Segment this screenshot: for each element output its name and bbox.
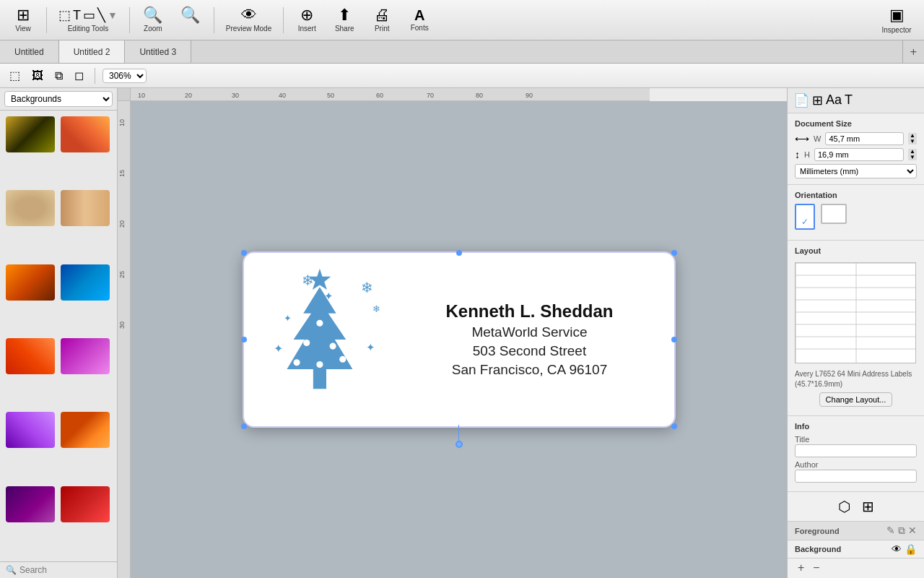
sidebar: Backgrounds Shapes Templates <box>0 88 118 578</box>
fonts-label: Fonts <box>411 24 429 32</box>
list-view-icon[interactable]: ⬡ <box>838 498 850 515</box>
view-label: View <box>15 25 31 33</box>
background-thumb-3[interactable] <box>6 190 55 226</box>
svg-text:30: 30 <box>232 92 239 99</box>
background-thumb-9[interactable] <box>6 412 55 448</box>
foreground-delete-icon[interactable]: ✕ <box>908 525 917 537</box>
svg-point-23 <box>303 340 310 346</box>
width-down[interactable]: ▼ <box>908 139 917 144</box>
width-input[interactable] <box>825 132 904 145</box>
background-thumb-5[interactable] <box>6 264 55 301</box>
info-title: Info <box>795 422 917 431</box>
author-label: Author <box>795 460 917 469</box>
svg-text:❄: ❄ <box>302 272 314 288</box>
copy-icon[interactable]: ⧉ <box>51 67 66 85</box>
subtoolbar-sep <box>95 68 95 84</box>
height-down[interactable]: ▼ <box>908 155 917 160</box>
layout-desc: Avery L7652 64 Mini Address Labels (45.7… <box>795 369 917 389</box>
inspector-doc-icon[interactable]: 📄 <box>793 92 809 108</box>
svg-text:✦: ✦ <box>274 342 283 355</box>
address-line2: MetaWorld Service <box>403 324 657 340</box>
preview-button[interactable]: 👁 Preview Mode <box>220 4 277 35</box>
title-input[interactable] <box>795 444 917 457</box>
foreground-label: Foreground <box>795 527 840 535</box>
inspector-grid-icon[interactable]: ⊞ <box>812 92 823 108</box>
svg-point-27 <box>316 361 323 368</box>
width-label: W <box>814 134 821 143</box>
fonts-button[interactable]: A Fonts <box>402 5 437 35</box>
inspector-format-icon[interactable]: T <box>845 92 853 108</box>
zoom-in-button[interactable]: 🔍 Zoom <box>173 4 208 35</box>
background-thumb-7[interactable] <box>6 338 55 374</box>
foreground-edit-icon[interactable]: ✎ <box>886 525 895 537</box>
background-thumb-12[interactable] <box>61 486 110 522</box>
background-thumb-10[interactable] <box>61 412 110 448</box>
zoom-out-button[interactable]: 🔍 Zoom <box>136 4 170 35</box>
grid-view-icon[interactable]: ⊞ <box>862 498 874 515</box>
zoom-in-icon: 🔍 <box>180 7 200 23</box>
view-button[interactable]: ⊞ View <box>6 4 40 35</box>
handle-tm[interactable] <box>456 250 462 256</box>
background-thumb-2[interactable] <box>61 116 110 152</box>
background-thumb-1[interactable] <box>6 116 55 152</box>
zoom-select[interactable]: 306% 100% 150% 200% 400% <box>103 69 147 83</box>
background-thumb-4[interactable] <box>61 190 110 226</box>
orientation-title: Orientation <box>795 191 917 199</box>
handle-mr[interactable] <box>671 337 677 342</box>
tab-untitled1[interactable]: Untitled <box>0 40 59 63</box>
print-button[interactable]: 🖨 Print <box>365 4 399 35</box>
background-thumb-8[interactable] <box>61 338 110 374</box>
search-input[interactable] <box>19 565 128 575</box>
background-eye-icon[interactable]: 👁 <box>892 543 902 555</box>
landscape-option[interactable] <box>821 204 847 230</box>
view-toggle-row: ⬡ ⊞ <box>788 492 924 522</box>
foreground-copy-icon[interactable]: ⧉ <box>898 525 905 537</box>
insert-button[interactable]: ⊕ Insert <box>289 4 324 35</box>
media-icon[interactable]: ⬚ <box>6 66 24 85</box>
fonts-icon: A <box>414 8 424 22</box>
handle-br[interactable] <box>671 423 677 429</box>
unit-select[interactable]: Millimeters (mm) Inches (in) Centimeters… <box>795 164 917 178</box>
label-card[interactable]: ❄ ✦ ❄ ❄ ✦ ✦ ✦ <box>243 251 676 428</box>
editing-tools-button[interactable]: ⬚ T ▭ ╲ ▼ Editing Tools <box>53 4 123 35</box>
handle-tr[interactable] <box>671 250 677 256</box>
share-button[interactable]: ⬆ Share <box>327 4 362 35</box>
handle-bl[interactable] <box>241 423 247 429</box>
tab-add-button[interactable]: + <box>902 40 924 63</box>
width-icon: ⟷ <box>795 133 809 144</box>
portrait-option[interactable] <box>795 204 815 230</box>
author-input[interactable] <box>795 470 917 483</box>
image-icon[interactable]: 🖼 <box>28 67 47 85</box>
handle-ml[interactable] <box>241 337 247 342</box>
tab-untitled3[interactable]: Untitled 3 <box>125 40 191 63</box>
inspector-button[interactable]: ▣ Inspector <box>875 3 918 37</box>
sep2 <box>129 7 130 33</box>
placeholder-icon[interactable]: ◻ <box>71 66 87 85</box>
inspector-text-icon[interactable]: Aa <box>826 92 842 108</box>
svg-text:70: 70 <box>427 92 434 99</box>
category-select[interactable]: Backgrounds Shapes Templates <box>4 91 113 107</box>
canvas-area: 10 20 30 40 50 60 70 80 90 10 15 20 25 3… <box>118 88 787 578</box>
address-name: Kenneth L. Sheddan <box>403 301 657 322</box>
background-thumb-11[interactable] <box>6 486 55 522</box>
svg-text:15: 15 <box>118 170 126 177</box>
layout-title: Layout <box>795 246 917 255</box>
handle-tl[interactable] <box>241 250 247 256</box>
view-icon: ⊞ <box>17 7 30 23</box>
title-label: Title <box>795 435 917 444</box>
layout-section: Layout Avery L7652 64 Mini Address Label… <box>788 241 924 416</box>
background-thumb-6[interactable] <box>61 264 110 301</box>
svg-text:80: 80 <box>476 92 483 99</box>
add-layer-button[interactable]: + <box>795 561 807 574</box>
tab-untitled2[interactable]: Untitled 2 <box>59 40 126 63</box>
change-layout-button[interactable]: Change Layout... <box>819 392 893 407</box>
svg-text:50: 50 <box>327 92 334 99</box>
print-icon: 🖨 <box>374 7 390 23</box>
background-lock-icon[interactable]: 🔒 <box>905 543 917 555</box>
canvas[interactable]: ❄ ✦ ❄ ❄ ✦ ✦ ✦ <box>131 101 787 578</box>
inspector-icon: ▣ <box>889 6 905 25</box>
remove-layer-button[interactable]: − <box>810 561 822 574</box>
drag-handle[interactable] <box>456 425 463 448</box>
height-input[interactable] <box>814 148 904 161</box>
share-label: Share <box>335 25 354 33</box>
